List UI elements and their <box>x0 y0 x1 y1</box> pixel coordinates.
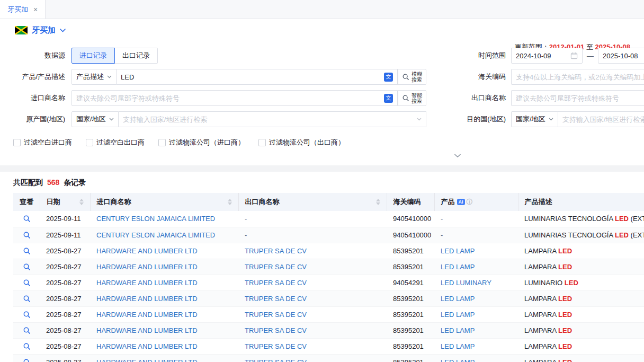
datasource-export-toggle[interactable]: 出口记录 <box>115 48 158 64</box>
date-to-input[interactable] <box>603 52 644 60</box>
product-link[interactable]: LED LAMP <box>441 358 475 362</box>
origin-country-input[interactable] <box>123 116 414 123</box>
importer-link[interactable]: HARDWARE AND LUMBER LTD <box>96 279 198 287</box>
product-link[interactable]: LED LAMP <box>441 295 475 303</box>
collapse-panel-button[interactable] <box>448 152 468 161</box>
view-record-button[interactable] <box>13 290 40 306</box>
importer-link[interactable]: CENTURY ESLON JAMAICA LIMITED <box>96 231 215 239</box>
country-dropdown-icon[interactable] <box>60 29 66 32</box>
exporter-field[interactable] <box>511 90 644 106</box>
search-icon <box>23 231 31 239</box>
product-link[interactable]: LED LUMINARY <box>441 279 491 287</box>
view-record-button[interactable] <box>13 259 40 275</box>
origin-country-field[interactable] <box>119 111 426 127</box>
date-from-input[interactable] <box>516 52 567 60</box>
cell-hs-code: 85395201 <box>387 322 434 338</box>
desc-highlight: LED <box>558 295 572 303</box>
product-link[interactable]: LED LAMP <box>441 311 475 319</box>
importer-link[interactable]: CENTURY ESLON JAMAICA LIMITED <box>96 215 215 223</box>
date-to-field[interactable] <box>598 48 644 64</box>
exporter-link[interactable]: TRUPER SA DE CV <box>245 358 307 362</box>
exporter-link[interactable]: TRUPER SA DE CV <box>245 342 307 350</box>
checkbox-box <box>258 139 266 146</box>
destination-type-select[interactable]: 国家/地区 <box>511 111 558 127</box>
hs-code-input[interactable] <box>516 73 644 81</box>
destination-country-input[interactable] <box>562 116 644 123</box>
view-record-button[interactable] <box>13 211 40 227</box>
desc-pre: LAMPARA <box>524 311 558 319</box>
sort-icon[interactable] <box>228 199 232 205</box>
product-link[interactable]: LED LAMP <box>441 247 475 255</box>
results-table: 查看 日期 进口商名称 出口商名称 海关编码 产品AIⓘ 产品描述 <box>13 193 644 362</box>
filter-row-product: 产品/产品描述 产品描述 文 模糊搜索 海关编码 <box>0 69 644 85</box>
importer-link[interactable]: HARDWARE AND LUMBER LTD <box>96 263 198 271</box>
importer-field[interactable]: 文 <box>71 90 398 106</box>
importer-link[interactable]: HARDWARE AND LUMBER LTD <box>96 295 198 303</box>
view-record-button[interactable] <box>13 306 40 322</box>
view-record-button[interactable] <box>13 275 40 290</box>
cell-date: 2025-08-27 <box>40 275 90 290</box>
destination-label: 目的国(地区) <box>466 114 511 124</box>
header-date[interactable]: 日期 <box>40 193 90 211</box>
importer-link[interactable]: HARDWARE AND LUMBER LTD <box>96 342 198 350</box>
hs-code-field[interactable] <box>511 69 644 85</box>
view-record-button[interactable] <box>13 354 40 362</box>
table-row: 2025-08-27 HARDWARE AND LUMBER LTD TRUPE… <box>13 306 644 322</box>
exporter-link[interactable]: TRUPER SA DE CV <box>245 326 307 334</box>
product-link[interactable]: LED LAMP <box>441 342 475 350</box>
checkbox-filter-blank-exporter[interactable]: 过滤空白出口商 <box>86 138 145 147</box>
importer-link[interactable]: HARDWARE AND LUMBER LTD <box>96 247 198 255</box>
calendar-icon[interactable] <box>570 52 578 59</box>
fuzzy-search-button[interactable]: 模糊搜索 <box>398 69 426 85</box>
view-record-button[interactable] <box>13 322 40 338</box>
origin-type-select[interactable]: 国家/地区 <box>71 111 119 127</box>
exporter-input[interactable] <box>516 94 644 102</box>
sort-icon[interactable] <box>79 199 84 205</box>
importer-link[interactable]: HARDWARE AND LUMBER LTD <box>96 326 198 334</box>
cell-product-desc: LUMINARIAS TECNOLOGÍA LED (EXT... <box>518 227 644 243</box>
checkbox-filter-blank-importer[interactable]: 过滤空白进口商 <box>13 138 72 147</box>
datasource-import-toggle[interactable]: 进口记录 <box>71 48 115 64</box>
time-range-label: 时间范围 <box>466 51 511 60</box>
date-from-field[interactable] <box>511 48 583 64</box>
info-icon[interactable]: ⓘ <box>467 198 473 206</box>
cell-product-desc: LUMINARIO LED <box>518 275 644 290</box>
checkbox-filter-logistics-exporter[interactable]: 过滤物流公司（出口商） <box>258 138 345 147</box>
importer-input[interactable] <box>76 94 381 102</box>
tab-jamaica[interactable]: 牙买加 × <box>0 0 46 19</box>
sort-icon[interactable] <box>376 199 380 205</box>
translate-icon[interactable]: 文 <box>384 94 393 103</box>
search-icon <box>402 73 409 81</box>
header-exporter[interactable]: 出口商名称 <box>238 193 387 211</box>
exporter-link[interactable]: TRUPER SA DE CV <box>245 279 307 287</box>
desc-highlight: LED <box>615 231 629 239</box>
product-type-select[interactable]: 产品描述 <box>71 69 117 85</box>
cell-date: 2025-08-27 <box>40 322 90 338</box>
jamaica-flag-icon <box>15 26 28 34</box>
tab-close-icon[interactable]: × <box>33 6 38 13</box>
table-body: 2025-09-11 CENTURY ESLON JAMAICA LIMITED… <box>13 211 644 362</box>
product-link[interactable]: LED LAMP <box>441 263 475 271</box>
exporter-link[interactable]: TRUPER SA DE CV <box>245 263 307 271</box>
product-search-input[interactable] <box>121 73 381 81</box>
view-record-button[interactable] <box>13 338 40 354</box>
destination-country-field[interactable] <box>558 111 644 127</box>
translate-icon[interactable]: 文 <box>384 73 393 82</box>
view-record-button[interactable] <box>13 243 40 259</box>
product-search-field[interactable]: 文 <box>117 69 398 85</box>
checkbox-filter-logistics-importer[interactable]: 过滤物流公司（进口商） <box>158 138 245 147</box>
checkbox-box <box>86 139 93 146</box>
product-link[interactable]: LED LAMP <box>441 326 475 334</box>
header-importer[interactable]: 进口商名称 <box>90 193 238 211</box>
exporter-link[interactable]: TRUPER SA DE CV <box>245 247 307 255</box>
smart-search-button[interactable]: 智能搜索 <box>398 90 426 106</box>
cell-product-desc: LAMPARA LED <box>518 322 644 338</box>
view-record-button[interactable] <box>13 227 40 243</box>
exporter-link[interactable]: TRUPER SA DE CV <box>245 311 307 319</box>
importer-link[interactable]: HARDWARE AND LUMBER LTD <box>96 358 198 362</box>
filter-row-datasource: 数据源 进口记录 出口记录 时间范围 — <box>0 48 644 64</box>
importer-link[interactable]: HARDWARE AND LUMBER LTD <box>96 311 198 319</box>
tab-bar: 牙买加 × <box>0 0 644 19</box>
exporter-link[interactable]: TRUPER SA DE CV <box>245 295 307 303</box>
product-type-select-value: 产品描述 <box>76 72 104 82</box>
